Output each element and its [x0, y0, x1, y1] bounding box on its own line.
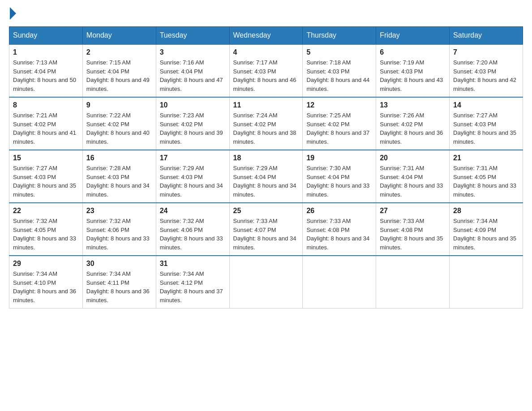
day-info: Sunrise: 7:34 AMSunset: 4:11 PMDaylight:…: [86, 270, 152, 304]
day-number: 8: [13, 101, 79, 109]
day-number: 24: [160, 207, 226, 215]
table-row: 27Sunrise: 7:33 AMSunset: 4:08 PMDayligh…: [376, 203, 450, 256]
table-row: 22Sunrise: 7:32 AMSunset: 4:05 PMDayligh…: [9, 203, 83, 256]
day-info: Sunrise: 7:34 AMSunset: 4:12 PMDaylight:…: [160, 270, 226, 304]
table-row: 24Sunrise: 7:32 AMSunset: 4:06 PMDayligh…: [156, 203, 229, 256]
table-row: [376, 256, 450, 308]
table-row: 3Sunrise: 7:16 AMSunset: 4:04 PMDaylight…: [156, 44, 229, 97]
day-number: 12: [306, 101, 372, 109]
day-number: 11: [233, 101, 299, 109]
table-row: 30Sunrise: 7:34 AMSunset: 4:11 PMDayligh…: [82, 256, 156, 308]
day-number: 17: [160, 154, 226, 162]
day-info: Sunrise: 7:25 AMSunset: 4:02 PMDaylight:…: [306, 111, 372, 146]
col-tuesday: Tuesday: [156, 27, 229, 45]
table-row: 4Sunrise: 7:17 AMSunset: 4:03 PMDaylight…: [229, 44, 303, 97]
day-info: Sunrise: 7:24 AMSunset: 4:02 PMDaylight:…: [233, 111, 299, 146]
table-row: [229, 256, 303, 308]
day-number: 26: [306, 207, 372, 215]
day-number: 10: [160, 101, 226, 109]
table-row: 1Sunrise: 7:13 AMSunset: 4:04 PMDaylight…: [9, 44, 83, 97]
day-number: 29: [13, 260, 79, 268]
day-number: 13: [380, 101, 446, 109]
day-number: 6: [380, 48, 446, 56]
table-row: 17Sunrise: 7:29 AMSunset: 4:03 PMDayligh…: [156, 150, 229, 203]
day-number: 28: [453, 207, 519, 215]
day-info: Sunrise: 7:30 AMSunset: 4:04 PMDaylight:…: [306, 164, 372, 199]
day-info: Sunrise: 7:21 AMSunset: 4:02 PMDaylight:…: [13, 111, 79, 146]
day-info: Sunrise: 7:34 AMSunset: 4:09 PMDaylight:…: [453, 217, 519, 252]
table-row: 5Sunrise: 7:18 AMSunset: 4:03 PMDaylight…: [303, 44, 376, 97]
col-monday: Monday: [82, 27, 156, 45]
day-info: Sunrise: 7:31 AMSunset: 4:05 PMDaylight:…: [453, 164, 519, 199]
day-number: 19: [306, 154, 372, 162]
table-row: 6Sunrise: 7:19 AMSunset: 4:03 PMDaylight…: [376, 44, 450, 97]
logo: [9, 9, 16, 17]
day-info: Sunrise: 7:29 AMSunset: 4:03 PMDaylight:…: [160, 164, 226, 199]
day-number: 14: [453, 101, 519, 109]
day-info: Sunrise: 7:20 AMSunset: 4:03 PMDaylight:…: [453, 58, 519, 93]
day-info: Sunrise: 7:17 AMSunset: 4:03 PMDaylight:…: [233, 58, 299, 93]
day-info: Sunrise: 7:32 AMSunset: 4:06 PMDaylight:…: [160, 217, 226, 252]
day-info: Sunrise: 7:34 AMSunset: 4:10 PMDaylight:…: [13, 270, 79, 304]
day-number: 3: [160, 48, 226, 56]
day-number: 1: [13, 48, 79, 56]
table-row: 23Sunrise: 7:32 AMSunset: 4:06 PMDayligh…: [82, 203, 156, 256]
table-row: 7Sunrise: 7:20 AMSunset: 4:03 PMDaylight…: [450, 44, 523, 97]
calendar-week-row: 8Sunrise: 7:21 AMSunset: 4:02 PMDaylight…: [9, 97, 523, 150]
col-saturday: Saturday: [450, 27, 523, 45]
calendar-header-row: Sunday Monday Tuesday Wednesday Thursday…: [9, 27, 523, 45]
page-header: [9, 9, 523, 17]
table-row: 26Sunrise: 7:33 AMSunset: 4:08 PMDayligh…: [303, 203, 376, 256]
calendar-week-row: 15Sunrise: 7:27 AMSunset: 4:03 PMDayligh…: [9, 150, 523, 203]
table-row: 21Sunrise: 7:31 AMSunset: 4:05 PMDayligh…: [450, 150, 523, 203]
day-info: Sunrise: 7:27 AMSunset: 4:03 PMDaylight:…: [13, 164, 79, 199]
table-row: 10Sunrise: 7:23 AMSunset: 4:02 PMDayligh…: [156, 97, 229, 150]
day-info: Sunrise: 7:18 AMSunset: 4:03 PMDaylight:…: [306, 58, 372, 93]
day-number: 4: [233, 48, 299, 56]
table-row: 31Sunrise: 7:34 AMSunset: 4:12 PMDayligh…: [156, 256, 229, 308]
day-number: 22: [13, 207, 79, 215]
calendar-week-row: 22Sunrise: 7:32 AMSunset: 4:05 PMDayligh…: [9, 203, 523, 256]
day-number: 15: [13, 154, 79, 162]
day-info: Sunrise: 7:28 AMSunset: 4:03 PMDaylight:…: [86, 164, 152, 199]
table-row: 15Sunrise: 7:27 AMSunset: 4:03 PMDayligh…: [9, 150, 83, 203]
table-row: 11Sunrise: 7:24 AMSunset: 4:02 PMDayligh…: [229, 97, 303, 150]
table-row: 14Sunrise: 7:27 AMSunset: 4:03 PMDayligh…: [450, 97, 523, 150]
day-number: 30: [86, 260, 152, 268]
day-number: 23: [86, 207, 152, 215]
day-info: Sunrise: 7:33 AMSunset: 4:08 PMDaylight:…: [306, 217, 372, 252]
day-number: 7: [453, 48, 519, 56]
day-info: Sunrise: 7:27 AMSunset: 4:03 PMDaylight:…: [453, 111, 519, 146]
day-number: 31: [160, 260, 226, 268]
day-number: 16: [86, 154, 152, 162]
col-friday: Friday: [376, 27, 450, 45]
day-number: 5: [306, 48, 372, 56]
day-info: Sunrise: 7:26 AMSunset: 4:02 PMDaylight:…: [380, 111, 446, 146]
day-info: Sunrise: 7:19 AMSunset: 4:03 PMDaylight:…: [380, 58, 446, 93]
day-info: Sunrise: 7:22 AMSunset: 4:02 PMDaylight:…: [86, 111, 152, 146]
day-info: Sunrise: 7:32 AMSunset: 4:05 PMDaylight:…: [13, 217, 79, 252]
table-row: [450, 256, 523, 308]
table-row: 13Sunrise: 7:26 AMSunset: 4:02 PMDayligh…: [376, 97, 450, 150]
table-row: 16Sunrise: 7:28 AMSunset: 4:03 PMDayligh…: [82, 150, 156, 203]
col-thursday: Thursday: [303, 27, 376, 45]
table-row: 28Sunrise: 7:34 AMSunset: 4:09 PMDayligh…: [450, 203, 523, 256]
col-wednesday: Wednesday: [229, 27, 303, 45]
day-info: Sunrise: 7:13 AMSunset: 4:04 PMDaylight:…: [13, 58, 79, 93]
table-row: 8Sunrise: 7:21 AMSunset: 4:02 PMDaylight…: [9, 97, 83, 150]
day-number: 20: [380, 154, 446, 162]
day-number: 21: [453, 154, 519, 162]
day-info: Sunrise: 7:23 AMSunset: 4:02 PMDaylight:…: [160, 111, 226, 146]
day-info: Sunrise: 7:33 AMSunset: 4:08 PMDaylight:…: [380, 217, 446, 252]
table-row: 18Sunrise: 7:29 AMSunset: 4:04 PMDayligh…: [229, 150, 303, 203]
day-info: Sunrise: 7:16 AMSunset: 4:04 PMDaylight:…: [160, 58, 226, 93]
day-info: Sunrise: 7:15 AMSunset: 4:04 PMDaylight:…: [86, 58, 152, 93]
logo-arrow-icon: [10, 7, 16, 20]
day-info: Sunrise: 7:33 AMSunset: 4:07 PMDaylight:…: [233, 217, 299, 252]
day-number: 2: [86, 48, 152, 56]
day-number: 27: [380, 207, 446, 215]
table-row: 20Sunrise: 7:31 AMSunset: 4:04 PMDayligh…: [376, 150, 450, 203]
table-row: 2Sunrise: 7:15 AMSunset: 4:04 PMDaylight…: [82, 44, 156, 97]
day-info: Sunrise: 7:32 AMSunset: 4:06 PMDaylight:…: [86, 217, 152, 252]
table-row: 19Sunrise: 7:30 AMSunset: 4:04 PMDayligh…: [303, 150, 376, 203]
